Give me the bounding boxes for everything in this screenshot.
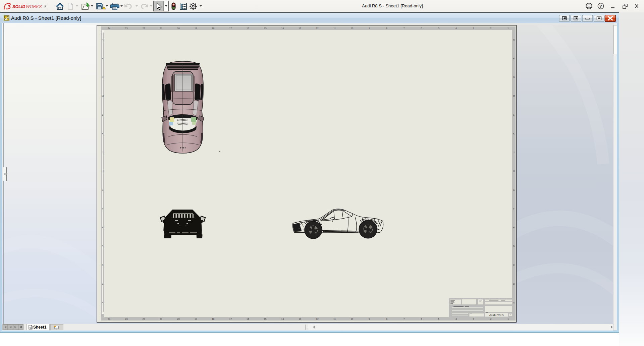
svg-text:18: 18 <box>212 27 215 30</box>
svg-text:14: 14 <box>281 318 284 320</box>
svg-text:23: 23 <box>125 27 128 30</box>
svg-text:L: L <box>102 114 103 116</box>
svg-text:20: 20 <box>177 318 180 320</box>
svg-text:21: 21 <box>160 27 162 30</box>
svg-text:10: 10 <box>351 318 354 320</box>
svg-text:A: A <box>513 301 515 304</box>
svg-text:P: P <box>102 57 104 60</box>
svg-text:20: 20 <box>177 27 180 30</box>
svg-text:D: D <box>513 245 515 247</box>
svg-text:5: 5 <box>438 318 439 320</box>
svg-text:11: 11 <box>333 318 336 320</box>
svg-text:17: 17 <box>229 318 232 320</box>
svg-text:B: B <box>102 283 104 285</box>
svg-text:9: 9 <box>369 318 370 320</box>
svg-text:Sheet1: Sheet1 <box>33 325 47 330</box>
svg-text:A: A <box>102 301 104 304</box>
svg-text:22: 22 <box>143 318 145 320</box>
svg-text:8: 8 <box>386 27 387 30</box>
svg-text:N: N <box>513 76 515 78</box>
svg-text:6: 6 <box>421 318 422 320</box>
svg-text:5: 5 <box>438 27 439 30</box>
svg-text:2: 2 <box>490 318 491 320</box>
svg-text:13: 13 <box>299 27 301 30</box>
svg-text:4: 4 <box>455 27 457 30</box>
svg-text:7: 7 <box>404 27 405 30</box>
svg-text:C: C <box>102 264 104 266</box>
svg-text:N: N <box>102 76 104 78</box>
svg-text:9: 9 <box>369 27 370 30</box>
svg-text:21: 21 <box>160 318 162 320</box>
svg-text:17: 17 <box>229 27 232 30</box>
svg-text:E: E <box>102 226 104 229</box>
svg-text:B: B <box>513 283 515 285</box>
svg-text:15: 15 <box>264 27 267 30</box>
svg-text:H: H <box>102 170 104 172</box>
svg-text:P: P <box>513 57 515 60</box>
svg-text:R: R <box>102 39 104 41</box>
svg-text:10: 10 <box>351 27 354 30</box>
svg-text:24: 24 <box>108 318 110 320</box>
svg-text:1: 1 <box>507 318 509 320</box>
svg-text:3: 3 <box>473 27 474 30</box>
svg-text:L: L <box>513 114 515 116</box>
svg-text:18: 18 <box>212 318 215 320</box>
svg-text:14: 14 <box>281 27 284 30</box>
svg-text:24: 24 <box>108 27 110 30</box>
svg-text:8: 8 <box>386 318 387 320</box>
svg-text:15: 15 <box>264 318 267 320</box>
svg-text:Audi R8 S: Audi R8 S <box>489 313 504 317</box>
svg-text:?: ? <box>599 4 602 9</box>
svg-text:19: 19 <box>195 318 197 320</box>
svg-text:F: F <box>513 208 515 210</box>
svg-text:1: 1 <box>507 27 509 30</box>
svg-text:16: 16 <box>247 27 249 30</box>
svg-text:12: 12 <box>316 318 319 320</box>
svg-text:23: 23 <box>125 318 128 320</box>
svg-text:M: M <box>513 95 515 97</box>
svg-text:J: J <box>102 151 103 154</box>
svg-text:R: R <box>513 39 515 41</box>
svg-text:6: 6 <box>421 27 422 30</box>
svg-text:16: 16 <box>247 318 249 320</box>
svg-text:11: 11 <box>333 27 336 30</box>
svg-text:D: D <box>102 245 104 247</box>
svg-text:E: E <box>513 226 515 229</box>
svg-text:12: 12 <box>316 27 319 30</box>
svg-text:3: 3 <box>473 318 474 320</box>
svg-text:K: K <box>513 132 515 135</box>
svg-text:K: K <box>102 132 104 135</box>
svg-text:G: G <box>513 189 515 191</box>
svg-text:22: 22 <box>143 27 145 30</box>
svg-text:C: C <box>513 264 515 266</box>
svg-text:M: M <box>102 95 104 97</box>
svg-text:J: J <box>513 151 514 154</box>
svg-text:7: 7 <box>404 318 405 320</box>
svg-text:G: G <box>102 189 103 191</box>
svg-text:19: 19 <box>195 27 197 30</box>
svg-text:F: F <box>102 208 103 210</box>
svg-text:2: 2 <box>490 27 491 30</box>
svg-text:4: 4 <box>455 318 457 320</box>
svg-text:13: 13 <box>299 318 301 320</box>
svg-text:H: H <box>513 170 515 172</box>
